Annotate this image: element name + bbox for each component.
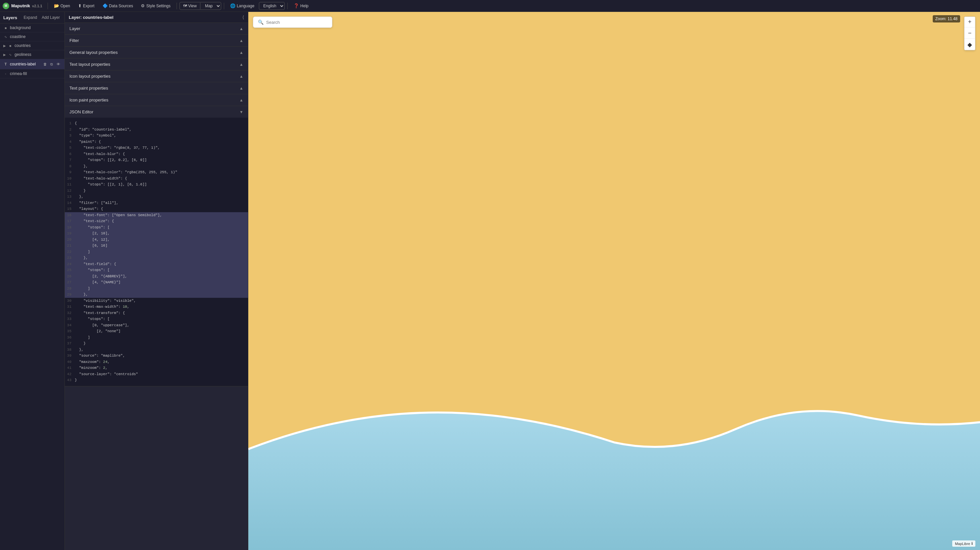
map-search-input[interactable] [266,20,327,25]
help-button[interactable]: ❓ Help [290,2,312,10]
line-content: ] [75,249,90,255]
json-line[interactable]: 1{ [65,120,248,127]
layer-item-background[interactable]: ■ background [0,24,64,32]
json-line[interactable]: 20 [4, 12], [65,237,248,243]
line-number: 36 [65,335,75,340]
view-button[interactable]: 🗺 View [180,3,200,9]
json-editor-header[interactable]: JSON Editor ▼ [65,106,248,118]
json-line[interactable]: 34 [0, "uppercase"], [65,322,248,329]
json-editor-title: JSON Editor [70,110,93,114]
json-line[interactable]: 6 "text-halo-blur": { [65,151,248,157]
section-general-layout-header[interactable]: General layout properties ▲ [65,47,248,58]
style-settings-button[interactable]: ⚙ Style Settings [138,2,173,10]
json-line[interactable]: 35 [2, "none"] [65,328,248,334]
json-line[interactable]: 43} [65,377,248,383]
layer-item-countries-label[interactable]: T countries-label 🗑 ⧉ 👁 [0,59,64,69]
layer-name: geoliness [14,52,61,57]
delete-layer-icon[interactable]: 🗑 [42,61,48,67]
line-content: "type": "symbol", [75,133,116,138]
json-line[interactable]: 14 "filter": ["all"], [65,200,248,206]
line-content: "source-layer": "centroids" [75,372,138,377]
json-line[interactable]: 19 [2, 10], [65,230,248,237]
open-button[interactable]: 📂 Open [51,2,73,10]
json-line[interactable]: 15 "layout": { [65,206,248,212]
visibility-layer-icon[interactable]: 👁 [55,61,61,67]
layer-item-geoliness[interactable]: ▶ ∿ geoliness [0,50,64,59]
json-line[interactable]: 31 "text-max-width": 10, [65,304,248,310]
json-line[interactable]: 33 "stops": [ [65,316,248,322]
json-line[interactable]: 8 }, [65,163,248,170]
json-line[interactable]: 10 "text-halo-width": { [65,175,248,182]
json-line[interactable]: 21 [6, 16] [65,243,248,249]
section-text-paint-header[interactable]: Text paint properties ▲ [65,82,248,94]
json-line[interactable]: 38 }, [65,347,248,353]
add-layer-button[interactable]: Add Layer [40,14,61,21]
zoom-out-button[interactable]: − [964,28,975,39]
json-line[interactable]: 24 "text-field": { [65,261,248,267]
line-content: "stops": [ [75,316,110,322]
json-line[interactable]: 13 }, [65,194,248,200]
json-line[interactable]: 39 "source": "maplibre", [65,353,248,359]
json-line[interactable]: 5 "text-color": "rgba(8, 37, 77, 1)", [65,145,248,151]
json-line[interactable]: 30 "visibility": "visible", [65,298,248,304]
json-line[interactable]: 4 "paint": { [65,139,248,145]
layer-item-crimea-fill[interactable]: ◦ crimea-fill [0,69,64,78]
json-line[interactable]: 12 } [65,188,248,194]
brand-version: v2.1.1 [32,4,42,8]
line-content: "layout": { [75,206,103,212]
section-icon-layout-header[interactable]: Icon layout properties ▲ [65,70,248,82]
json-line[interactable]: 29 }, [65,291,248,298]
layer-item-coastline[interactable]: ∿ coastline [0,32,64,41]
collapse-icon: ▲ [239,98,243,102]
json-line[interactable]: 9 "text-halo-color": "rgba(255, 255, 255… [65,169,248,175]
line-number: 22 [65,249,75,255]
json-line[interactable]: 16 "text-font": ["Open Sans Semibold"], [65,212,248,218]
sidebar-header: Layers Expand Add Layer [0,12,64,24]
json-line[interactable]: 18 "stops": [ [65,224,248,231]
line-content: } [75,188,86,194]
json-line[interactable]: 22 ] [65,249,248,255]
json-line[interactable]: 40 "maxzoom": 24, [65,359,248,365]
json-line[interactable]: 41 "minzoom": 2, [65,365,248,371]
copy-layer-icon[interactable]: ⧉ [49,61,54,67]
json-line[interactable]: 7 "stops": [[2, 0.2], [6, 0]] [65,157,248,163]
section-layer-header[interactable]: Layer ▲ [65,23,248,34]
json-line[interactable]: 3 "type": "symbol", [65,132,248,139]
layer-type-icon: ■ [8,43,13,48]
json-line[interactable]: 11 "stops": [[2, 1], [6, 1.6]] [65,181,248,188]
language-button[interactable]: 🌐 Language [227,2,258,10]
json-line[interactable]: 32 "text-transform": { [65,310,248,316]
json-line[interactable]: 26 [2, "{ABBREV}"], [65,273,248,280]
layer-item-countries[interactable]: ▶ ■ countries [0,41,64,50]
section-icon-paint-header[interactable]: Icon paint properties ▲ [65,94,248,106]
export-button[interactable]: ⬆ Export [75,2,98,10]
brand-icon: M [3,3,9,9]
section-filter-header[interactable]: Filter ▲ [65,35,248,46]
zoom-in-button[interactable]: + [964,17,975,27]
line-number: 12 [65,188,75,194]
line-content: }, [75,347,83,353]
json-line[interactable]: 27 [4, "{NAME}"] [65,279,248,286]
json-line[interactable]: 36 ] [65,334,248,341]
panel-collapse-button[interactable]: ⟨ [242,14,244,20]
language-select[interactable]: English [259,2,285,10]
json-line[interactable]: 23 }, [65,255,248,261]
json-line[interactable]: 25 "stops": [ [65,267,248,273]
data-sources-button[interactable]: 🔷 Data Sources [99,2,137,10]
section-text-layout-header[interactable]: Text layout properties ▲ [65,59,248,70]
map-select[interactable]: Map [201,2,221,10]
expand-button[interactable]: Expand [22,14,39,21]
export-icon: ⬆ [78,3,82,8]
json-line[interactable]: 17 "text-size": { [65,218,248,224]
json-content[interactable]: 1{2 "id": "countries-label",3 "type": "s… [65,118,248,386]
json-line[interactable]: 2 "id": "countries-label", [65,127,248,133]
collapse-icon: ▲ [239,50,243,55]
line-content: "source": "maplibre", [75,353,125,359]
line-content: "visibility": "visible", [75,298,136,304]
json-line[interactable]: 28 ] [65,286,248,292]
json-line[interactable]: 42 "source-layer": "centroids" [65,371,248,377]
json-line[interactable]: 37 } [65,340,248,347]
line-number: 5 [65,145,75,151]
line-number: 31 [65,304,75,310]
compass-button[interactable]: ◆ [964,39,975,50]
